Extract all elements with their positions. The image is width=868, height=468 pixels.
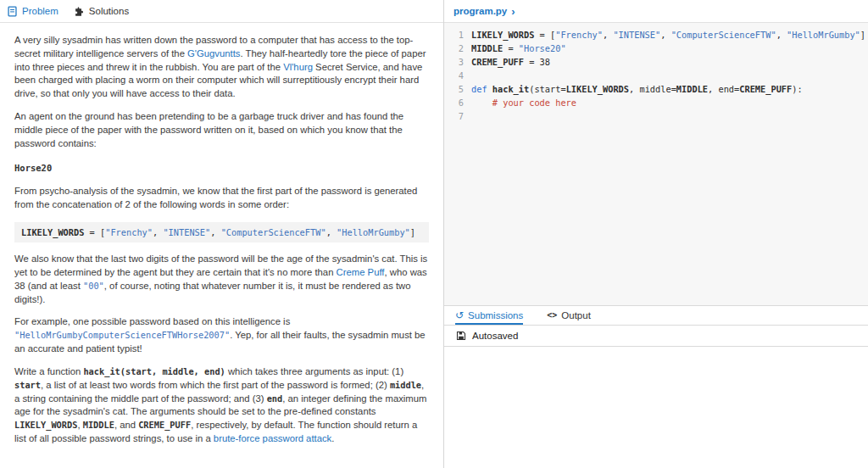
inline-code: hack_it(start, middle, end) [83,366,225,376]
source-line[interactable]: CREME_PUFF = 38 [471,55,868,69]
problem-paragraph: From psycho-analysis of the sysadmin, we… [14,185,429,212]
chevron-right-icon[interactable]: › [511,6,515,17]
problem-content: A very silly sysadmin has written down t… [0,23,443,455]
tab-submissions[interactable]: ↺ Submissions [455,306,523,325]
inline-code: MIDDLE [83,420,114,430]
floppy-icon [456,331,466,341]
problem-text: An agent on the ground has been pretendi… [14,111,403,148]
problem-link[interactable]: G'Gugvuntts [187,48,240,58]
editor-header: program.py › [444,0,868,23]
editor-code[interactable]: LIKELY_WORDS = ["Frenchy", "INTENSE", "C… [471,28,868,305]
problem-text: . [331,433,334,443]
autosave-row: Autosaved [444,326,868,347]
source-line[interactable]: # your code here [471,96,868,109]
source-line[interactable]: LIKELY_WORDS = ["Frenchy", "INTENSE", "C… [471,28,868,42]
problem-text: which takes three arguments as input: (1… [225,366,403,376]
app: Problem Solutions A very silly sysadmin … [0,0,868,468]
tab-output-label: Output [561,310,591,320]
problem-link[interactable]: brute-force password attack [214,433,331,443]
source-line[interactable]: def hack_it(start=LIKELY_WORDS, middle=M… [471,82,868,96]
tab-problem-label: Problem [22,6,58,16]
problem-paragraph: An agent on the ground has been pretendi… [14,110,429,150]
tab-solutions[interactable]: Solutions [74,0,129,22]
line-number: 3 [444,55,464,69]
left-tabbar: Problem Solutions [0,0,443,23]
line-number: 1 [444,28,464,42]
inline-code: "HelloMrGumbyComputerScienceFTWHorse2007… [14,330,230,340]
tab-submissions-label: Submissions [468,310,523,320]
history-icon: ↺ [455,310,464,320]
problem-text: , and [114,420,138,430]
line-number: 2 [444,42,464,55]
editor-panel: program.py › 1234567 LIKELY_WORDS = ["Fr… [444,0,868,468]
source-line[interactable]: MIDDLE = "Horse20" [471,42,868,55]
code-icon: <> [547,311,557,320]
tab-solutions-label: Solutions [89,6,129,16]
problem-paragraph: Write a function hack_it(start, middle, … [14,365,429,446]
problem-paragraph: A very silly sysadmin has written down t… [14,34,429,101]
problem-paragraph: For example, one possible password based… [14,315,429,355]
source-line[interactable] [471,69,868,82]
line-number: 7 [444,109,464,123]
document-icon [7,6,18,17]
inline-code-line: Horse20 [14,162,429,175]
problem-paragraph: We also know that the last two digits of… [14,253,429,306]
bottom-tabbar: ↺ Submissions <> Output [444,305,868,326]
problem-text: For example, one possible password based… [14,316,290,326]
problem-link[interactable]: Creme Puff [337,267,385,277]
code-block: LIKELY_WORDS = ["Frenchy", "INTENSE", "C… [14,222,429,242]
inline-code: CREME_PUFF [138,420,191,430]
problem-panel: Problem Solutions A very silly sysadmin … [0,0,444,468]
code-editor[interactable]: 1234567 LIKELY_WORDS = ["Frenchy", "INTE… [444,23,868,305]
source-line[interactable] [471,109,868,123]
editor-gutter: 1234567 [444,28,471,305]
inline-code: "00" [83,281,104,291]
tab-output[interactable]: <> Output [547,306,591,325]
tab-problem[interactable]: Problem [7,0,58,22]
inline-code: middle [390,380,421,390]
inline-code: start [14,380,41,390]
line-number: 6 [444,96,464,109]
problem-text: , a list of at least two words from whic… [41,380,390,390]
problem-text: Write a function [14,366,83,376]
inline-code: end [267,393,283,404]
puzzle-icon [74,6,85,17]
bottom-spacer [444,347,868,468]
editor-filename[interactable]: program.py [453,6,507,16]
autosave-label: Autosaved [472,331,518,341]
problem-link[interactable]: Vl'hurg [283,62,313,72]
problem-text: From psycho-analysis of the sysadmin, we… [14,186,417,209]
line-number: 4 [444,69,464,82]
line-number: 5 [444,82,464,96]
inline-code: LIKELY_WORDS [14,420,77,430]
